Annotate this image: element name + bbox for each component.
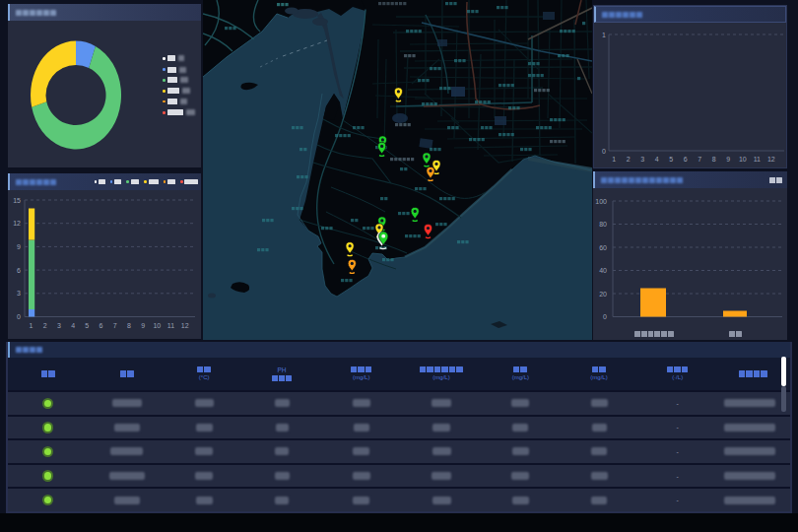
svg-text:12: 12 [13, 220, 21, 227]
svg-text:6: 6 [100, 322, 103, 329]
svg-text:100: 100 [595, 198, 607, 205]
svg-text:10: 10 [739, 156, 747, 163]
svg-text:2: 2 [627, 156, 631, 163]
svg-text:7: 7 [113, 322, 117, 329]
svg-text:7: 7 [698, 156, 701, 163]
svg-text:10: 10 [153, 322, 161, 329]
svg-text:2: 2 [43, 322, 47, 329]
svg-text:3: 3 [17, 290, 21, 297]
svg-text:8: 8 [127, 322, 131, 329]
svg-text:5: 5 [669, 156, 673, 163]
svg-text:1: 1 [30, 322, 33, 329]
svg-text:11: 11 [754, 156, 761, 163]
svg-text:40: 40 [599, 267, 607, 274]
svg-text:3: 3 [640, 156, 644, 163]
svg-text:0: 0 [602, 148, 606, 155]
svg-text:4: 4 [71, 322, 75, 329]
svg-text:4: 4 [655, 156, 659, 163]
svg-text:0: 0 [603, 313, 607, 320]
svg-text:11: 11 [167, 322, 174, 329]
svg-text:5: 5 [85, 322, 89, 329]
svg-text:12: 12 [767, 156, 775, 163]
svg-text:20: 20 [599, 291, 607, 298]
svg-text:8: 8 [712, 156, 716, 163]
svg-text:12: 12 [181, 322, 189, 329]
svg-text:9: 9 [141, 322, 145, 329]
svg-text:6: 6 [17, 267, 21, 274]
svg-text:15: 15 [13, 197, 21, 204]
svg-text:3: 3 [57, 322, 61, 329]
svg-text:0: 0 [17, 313, 21, 320]
svg-text:1: 1 [602, 32, 606, 38]
svg-text:9: 9 [17, 243, 21, 250]
svg-text:9: 9 [726, 156, 730, 163]
svg-text:60: 60 [599, 244, 607, 251]
svg-text:1: 1 [612, 156, 616, 163]
svg-text:80: 80 [599, 221, 607, 228]
svg-text:6: 6 [684, 156, 688, 163]
